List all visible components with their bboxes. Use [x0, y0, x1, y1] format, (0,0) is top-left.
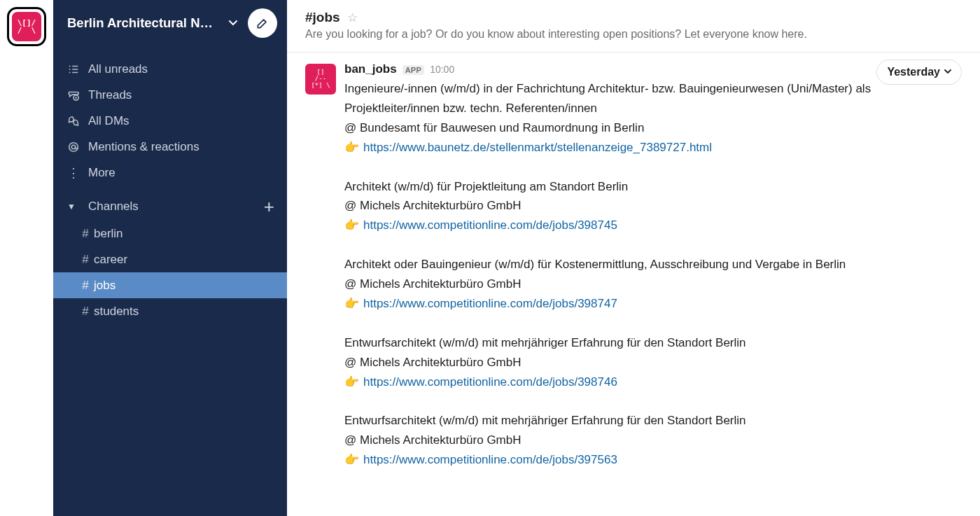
pointer-icon: 👉 — [344, 297, 359, 310]
job-title: Architekt oder Bauingenieur (w/m/d) für … — [344, 255, 962, 274]
channel-item-jobs[interactable]: #jobs — [53, 272, 287, 298]
svg-point-2 — [71, 145, 75, 148]
workspace-name[interactable]: Berlin Architectural N… — [67, 15, 224, 31]
message-body: ban_jobs APP 10:00 Ingenieure/-innen (w/… — [344, 62, 962, 470]
hash-icon: # — [77, 305, 94, 319]
channel-header: #jobs ☆ Are you looking for a job? Or do… — [287, 0, 980, 53]
job-posting: Architekt (w/m/d) für Projektleitung am … — [344, 177, 962, 236]
avatar[interactable]: []/--[*] \ — [305, 64, 336, 95]
sidebar-item-label: Mentions & reactions — [88, 140, 277, 154]
channel-title[interactable]: #jobs — [305, 10, 340, 25]
workspace-tile[interactable]: \[]// \ — [7, 7, 46, 46]
date-label: Yesterday — [887, 66, 940, 78]
hash-icon: # — [77, 227, 94, 241]
channel-item-berlin[interactable]: #berlin — [53, 221, 287, 246]
svg-point-1 — [69, 142, 78, 151]
compose-button[interactable] — [248, 8, 277, 38]
job-posting: Architekt oder Bauingenieur (w/m/d) für … — [344, 255, 962, 314]
hash-icon: # — [77, 279, 94, 293]
threads-icon — [67, 89, 88, 102]
job-link[interactable]: https://www.competitionline.com/de/jobs/… — [363, 297, 617, 310]
job-posting: Entwurfsarchitekt (w/m/d) mit mehrjährig… — [344, 333, 962, 392]
channel-description: Are you looking for a job? Or do you kno… — [305, 28, 962, 41]
sidebar-item-label: All DMs — [88, 114, 277, 128]
channel-name: students — [94, 305, 139, 319]
sidebar: Berlin Architectural N… All unreadsThrea… — [53, 0, 287, 516]
job-employer: @ Michels Architekturbüro GmbH — [344, 431, 962, 450]
chevron-down-icon — [944, 68, 951, 76]
job-title: Ingenieure/-innen (w/m/d) in der Fachric… — [344, 79, 962, 118]
app-badge: APP — [402, 65, 425, 75]
job-posting: Ingenieure/-innen (w/m/d) in der Fachric… — [344, 79, 962, 158]
more-icon: ⋮ — [67, 167, 88, 179]
mentions-icon — [67, 141, 88, 153]
app-rail: \[]// \ — [0, 0, 53, 516]
chevron-down-icon[interactable] — [224, 19, 242, 27]
caret-down-icon: ▼ — [67, 202, 88, 211]
workspace-logo: \[]// \ — [12, 12, 41, 41]
job-link[interactable]: https://www.competitionline.com/de/jobs/… — [363, 453, 617, 466]
job-title: Architekt (w/m/d) für Projektleitung am … — [344, 177, 962, 197]
sidebar-item-all-unreads[interactable]: All unreads — [53, 56, 287, 82]
job-employer: @ Bundesamt für Bauwesen und Raumordnung… — [344, 118, 962, 138]
sidebar-item-more[interactable]: ⋮More — [53, 160, 287, 186]
channels-section-header[interactable]: ▼ Channels + — [53, 193, 287, 221]
star-icon[interactable]: ☆ — [347, 11, 358, 25]
sidebar-item-label: All unreads — [88, 62, 277, 76]
sidebar-item-threads[interactable]: Threads — [53, 82, 287, 108]
message-header: ban_jobs APP 10:00 — [344, 62, 962, 76]
messages-pane: Yesterday []/--[*] \ ban_jobs APP 10:00 … — [287, 53, 980, 516]
job-employer: @ Michels Architekturbüro GmbH — [344, 196, 962, 216]
sidebar-nav: All unreadsThreadsAll DMsMentions & reac… — [53, 46, 287, 188]
pointer-icon: 👉 — [344, 141, 359, 154]
pointer-icon: 👉 — [344, 375, 359, 389]
pointer-icon: 👉 — [344, 218, 359, 232]
hash-icon: # — [77, 253, 94, 267]
channel-name: jobs — [94, 279, 115, 293]
sidebar-item-mentions[interactable]: Mentions & reactions — [53, 134, 287, 160]
add-channel-button[interactable]: + — [264, 196, 274, 218]
message-text: Ingenieure/-innen (w/m/d) in der Fachric… — [344, 79, 962, 470]
message-time: 10:00 — [430, 64, 454, 75]
job-link[interactable]: https://www.competitionline.com/de/jobs/… — [363, 218, 617, 232]
job-title: Entwurfsarchitekt (w/m/d) mit mehrjährig… — [344, 333, 962, 353]
job-employer: @ Michels Architekturbüro GmbH — [344, 274, 962, 294]
job-employer: @ Michels Architekturbüro GmbH — [344, 353, 962, 372]
channel-item-students[interactable]: #students — [53, 298, 287, 324]
all-unreads-icon — [67, 63, 88, 76]
message: []/--[*] \ ban_jobs APP 10:00 Ingenieure… — [305, 62, 962, 470]
sidebar-item-label: Threads — [88, 88, 277, 102]
channels-label: Channels — [88, 200, 264, 214]
all-dms-icon — [67, 115, 88, 127]
date-divider-pill[interactable]: Yesterday — [876, 60, 962, 85]
pointer-icon: 👉 — [344, 453, 359, 466]
channel-name: berlin — [94, 227, 123, 241]
message-author[interactable]: ban_jobs — [344, 62, 397, 76]
channel-name: career — [94, 253, 127, 267]
main-content: #jobs ☆ Are you looking for a job? Or do… — [287, 0, 980, 516]
job-link[interactable]: https://www.baunetz.de/stellenmarkt/stel… — [363, 141, 712, 154]
channel-item-career[interactable]: #career — [53, 246, 287, 272]
job-title: Entwurfsarchitekt (w/m/d) mit mehrjährig… — [344, 411, 962, 431]
sidebar-item-label: More — [88, 166, 277, 180]
channel-list: #berlin#career#jobs#students — [53, 221, 287, 324]
job-link[interactable]: https://www.competitionline.com/de/jobs/… — [363, 375, 617, 389]
job-posting: Entwurfsarchitekt (w/m/d) mit mehrjährig… — [344, 411, 962, 470]
sidebar-item-all-dms[interactable]: All DMs — [53, 108, 287, 134]
sidebar-header: Berlin Architectural N… — [53, 0, 287, 46]
